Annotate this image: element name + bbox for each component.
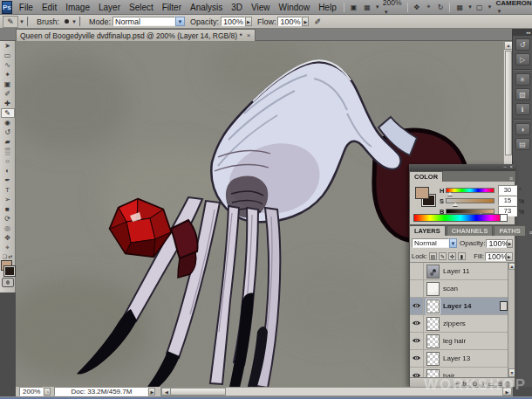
lock-transparency-icon[interactable]: ▨ xyxy=(429,252,437,260)
mode-select[interactable]: Normal xyxy=(113,17,175,26)
opacity-spinner[interactable]: ▶ xyxy=(245,17,252,26)
menu-analysis[interactable]: Analysis xyxy=(186,2,227,13)
mode-select-arrow-icon[interactable]: ▼ xyxy=(175,17,185,26)
menu-file[interactable]: File xyxy=(15,2,38,13)
s-slider-track[interactable] xyxy=(446,198,494,203)
workspace-switcher[interactable]: CAMERON ▼ xyxy=(492,0,532,16)
layer-thumbnail[interactable] xyxy=(426,299,440,313)
lasso-tool[interactable]: ∿ xyxy=(1,60,15,70)
opacity-input[interactable]: 100% xyxy=(221,17,245,26)
tool-preset-dropdown-icon[interactable]: ▼ xyxy=(19,19,24,24)
visibility-toggle[interactable] xyxy=(410,263,424,279)
document-tab[interactable]: Queen of Boogedyville dvdfinalup.psd @ 2… xyxy=(16,29,256,41)
quick-mask-button[interactable] xyxy=(2,278,14,287)
layers-opacity-spinner[interactable]: ▶ xyxy=(507,239,513,248)
flow-spinner[interactable]: ▶ xyxy=(302,17,309,26)
visibility-toggle[interactable] xyxy=(410,333,424,349)
screen-mode-icon[interactable]: ▢ xyxy=(473,2,487,13)
default-colors-icon[interactable]: ❏ xyxy=(3,253,7,259)
lock-paint-icon[interactable]: ✎ xyxy=(439,252,447,260)
dodge-tool[interactable]: ◐ xyxy=(1,166,15,175)
move-tool[interactable]: ➤ xyxy=(1,41,15,51)
horizontal-scroll-thumb[interactable] xyxy=(170,388,226,396)
pen-tool[interactable]: ✒ xyxy=(1,175,15,185)
visibility-toggle[interactable] xyxy=(410,280,424,297)
rectangle-tool[interactable]: ■ xyxy=(1,204,15,214)
lock-all-icon[interactable]: ▮ xyxy=(458,252,466,260)
flow-input[interactable]: 100% xyxy=(277,17,302,26)
visibility-toggle[interactable] xyxy=(410,350,424,367)
visibility-toggle[interactable] xyxy=(410,298,424,314)
menu-image[interactable]: Image xyxy=(61,2,94,13)
layer-row-layer-14[interactable]: Layer 14 xyxy=(410,298,515,315)
zoom-status-input[interactable]: 200% xyxy=(19,387,44,396)
tool-preset-icon[interactable]: ✎ xyxy=(3,16,18,28)
quick-selection-tool[interactable]: ✦ xyxy=(1,70,15,79)
scroll-down-icon[interactable]: ▼ xyxy=(508,368,515,377)
blend-mode-select[interactable]: Normal xyxy=(412,238,449,248)
arrange-documents-icon[interactable]: ▦ xyxy=(453,2,467,13)
layer-list-scrollbar[interactable]: ▲ ▼ xyxy=(508,263,515,377)
menu-view[interactable]: View xyxy=(247,2,275,13)
layer-row-hair[interactable]: hair xyxy=(410,368,515,377)
layer-thumbnail[interactable] xyxy=(426,317,440,331)
adjustments-panel-icon[interactable]: ✳ xyxy=(515,73,530,86)
status-options-icon[interactable]: ◔ xyxy=(44,388,51,396)
scroll-up-icon[interactable]: ▲ xyxy=(508,263,515,270)
view-extras-icon[interactable]: ▦ xyxy=(360,2,374,13)
eraser-tool[interactable]: ▰ xyxy=(1,137,15,147)
rotate-view-icon[interactable]: ↻ xyxy=(434,2,447,13)
color-spectrum-ramp[interactable] xyxy=(413,214,508,222)
layers-opacity-input[interactable]: 100% xyxy=(486,239,507,248)
layer-thumbnail[interactable] xyxy=(426,369,440,378)
layer-row-leg-hair[interactable]: leg hair xyxy=(410,333,515,350)
menu-edit[interactable]: Edit xyxy=(38,2,61,13)
tab-close-icon[interactable]: × xyxy=(247,31,251,39)
menu-select[interactable]: Select xyxy=(125,2,158,13)
type-tool[interactable]: T xyxy=(1,185,15,195)
actions-panel-icon[interactable]: ▷ xyxy=(515,53,530,65)
menu-layer[interactable]: Layer xyxy=(94,2,125,13)
tab-color[interactable]: COLOR xyxy=(409,171,443,182)
eyedropper-tool[interactable]: ✐ xyxy=(1,89,15,99)
fill-input[interactable]: 100% xyxy=(485,252,506,261)
s-slider-handle[interactable] xyxy=(453,203,458,206)
menu-3d[interactable]: 3D xyxy=(227,2,247,13)
layer-thumbnail[interactable] xyxy=(426,334,440,348)
dock-collapse-icon[interactable]: ◂◂ xyxy=(513,29,532,36)
brush-tool[interactable]: ✎ xyxy=(1,108,15,118)
white-swatch[interactable] xyxy=(500,214,508,222)
layer-row-scan[interactable]: scan xyxy=(410,280,515,298)
menu-help[interactable]: Help xyxy=(314,2,341,13)
history-brush-tool[interactable]: ↺ xyxy=(1,127,15,137)
layer-row-layer-11[interactable]: Layer 11 xyxy=(410,263,515,280)
vertical-scroll-thumb[interactable] xyxy=(505,51,512,155)
navigator-panel-icon[interactable]: ▤ xyxy=(515,138,530,150)
healing-brush-tool[interactable]: ✚ xyxy=(1,99,15,108)
airbrush-icon[interactable]: ✐ xyxy=(314,17,321,26)
blur-tool[interactable]: ○ xyxy=(1,156,15,166)
horizontal-scrollbar[interactable]: ◀ ▶ xyxy=(160,387,513,396)
menu-window[interactable]: Window xyxy=(275,2,315,13)
tab-layers[interactable]: LAYERS xyxy=(409,225,446,236)
color-foreground-swatch[interactable] xyxy=(415,187,429,199)
blend-mode-arrow-icon[interactable]: ▼ xyxy=(449,238,457,248)
status-flyout-icon[interactable]: ▶ xyxy=(148,388,155,396)
styles-panel-icon[interactable]: ◑ xyxy=(515,123,530,135)
zoom-tool-icon[interactable]: ⌖ xyxy=(423,1,434,13)
visibility-toggle[interactable] xyxy=(410,368,424,377)
masks-panel-icon[interactable]: ▧ xyxy=(515,88,530,100)
layer-row-zippers[interactable]: zippers xyxy=(410,315,515,333)
tab-paths[interactable]: PATHS xyxy=(494,225,525,236)
menu-filter[interactable]: Filter xyxy=(158,2,186,13)
background-color-swatch[interactable] xyxy=(4,266,15,276)
bridge-launch-icon[interactable]: ▣ xyxy=(347,2,361,13)
h-slider-track[interactable] xyxy=(446,188,494,193)
layer-row-layer-13[interactable]: Layer 13 xyxy=(410,350,515,368)
scroll-right-icon[interactable]: ▶ xyxy=(502,388,512,396)
brush-preview-icon[interactable] xyxy=(65,19,69,24)
panel-group-header[interactable]: – × xyxy=(409,164,515,171)
color-panel-menu-icon[interactable]: ≡ xyxy=(507,175,515,182)
s-value-input[interactable]: 15 xyxy=(498,196,517,206)
layer-thumbnail[interactable] xyxy=(426,282,440,296)
